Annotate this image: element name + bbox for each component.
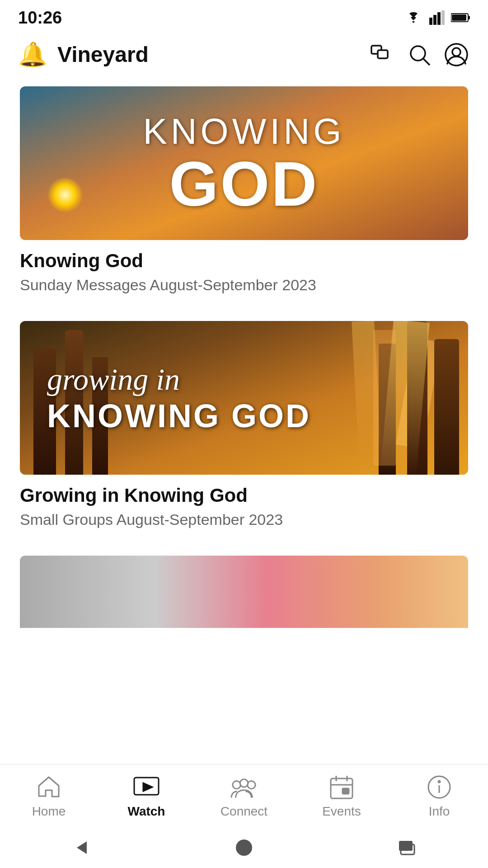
- back-button[interactable]: [68, 834, 95, 861]
- svg-point-11: [446, 44, 467, 66]
- nav-item-watch[interactable]: Watch: [98, 774, 195, 819]
- status-icons: [404, 10, 470, 25]
- growing-subtitle: Small Groups August-September 2023: [20, 511, 468, 528]
- nav-item-info[interactable]: Info: [390, 774, 488, 819]
- series-card-partial[interactable]: [20, 556, 468, 628]
- knowing-god-title: Knowing God: [20, 250, 468, 272]
- svg-rect-0: [429, 18, 432, 25]
- svg-rect-2: [437, 12, 441, 25]
- knowing-god-line2: GOD: [143, 152, 345, 216]
- svg-point-15: [233, 781, 240, 788]
- content-area: KNOWING GOD Knowing God Sunday Messages …: [0, 77, 488, 770]
- svg-line-10: [423, 59, 430, 65]
- svg-rect-6: [452, 14, 466, 21]
- svg-rect-5: [468, 16, 470, 19]
- home-icon: [35, 774, 62, 801]
- svg-point-9: [411, 46, 425, 61]
- signal-icon: [429, 10, 445, 25]
- battery-icon: [451, 13, 470, 23]
- growing-line2: KNOWING GOD: [47, 397, 311, 434]
- wifi-icon: [404, 10, 423, 25]
- connect-icon: [230, 774, 258, 801]
- info-icon: [426, 774, 453, 801]
- svg-point-17: [240, 779, 248, 787]
- knowing-god-thumbnail: KNOWING GOD: [20, 86, 468, 240]
- profile-icon[interactable]: [445, 43, 468, 66]
- nav-label-home: Home: [32, 804, 66, 819]
- search-icon[interactable]: [408, 43, 431, 66]
- nav-item-home[interactable]: Home: [0, 774, 98, 819]
- svg-rect-8: [378, 50, 388, 58]
- nav-label-watch: Watch: [128, 804, 165, 819]
- knowing-god-thumb-text: KNOWING GOD: [143, 111, 345, 216]
- events-icon: [328, 774, 355, 801]
- svg-point-12: [452, 48, 460, 56]
- series-card-knowing-god[interactable]: KNOWING GOD Knowing God Sunday Messages …: [20, 86, 468, 294]
- nav-label-info: Info: [429, 804, 450, 819]
- svg-marker-26: [77, 841, 87, 854]
- nav-label-events: Events: [322, 804, 361, 819]
- header-actions: [371, 43, 468, 66]
- home-button[interactable]: [230, 834, 258, 861]
- svg-point-27: [236, 840, 252, 856]
- series-card-growing[interactable]: growing in KNOWING GOD Growing in Knowin…: [20, 321, 468, 528]
- growing-line1: growing in: [47, 362, 311, 397]
- watch-icon: [133, 774, 160, 801]
- partial-thumbnail: [20, 556, 468, 628]
- header: 🔔 Vineyard: [0, 32, 488, 77]
- partial-thumb-bg: [20, 556, 468, 628]
- svg-marker-14: [143, 783, 152, 791]
- growing-title: Growing in Knowing God: [20, 485, 468, 506]
- app-title: Vineyard: [57, 42, 149, 67]
- bottom-nav: Home Watch Connect: [0, 764, 488, 827]
- messages-icon[interactable]: [371, 43, 394, 66]
- nav-item-events[interactable]: Events: [293, 774, 390, 819]
- nav-label-connect: Connect: [221, 804, 267, 819]
- svg-point-25: [438, 781, 440, 783]
- nav-item-connect[interactable]: Connect: [195, 774, 293, 819]
- android-nav: [0, 827, 488, 868]
- status-bar: 10:26: [0, 0, 488, 32]
- growing-thumb-text: growing in KNOWING GOD: [47, 362, 311, 434]
- svg-rect-22: [343, 788, 349, 794]
- notification-bell-icon[interactable]: 🔔: [18, 41, 47, 68]
- header-left: 🔔 Vineyard: [18, 41, 149, 68]
- svg-point-16: [248, 781, 255, 788]
- recents-button[interactable]: [393, 834, 420, 861]
- svg-rect-1: [433, 15, 436, 25]
- knowing-god-subtitle: Sunday Messages August-September 2023: [20, 276, 468, 294]
- status-time: 10:26: [18, 8, 62, 28]
- knowing-god-line1: KNOWING: [143, 111, 345, 152]
- svg-rect-3: [441, 10, 445, 25]
- growing-thumbnail: growing in KNOWING GOD: [20, 321, 468, 475]
